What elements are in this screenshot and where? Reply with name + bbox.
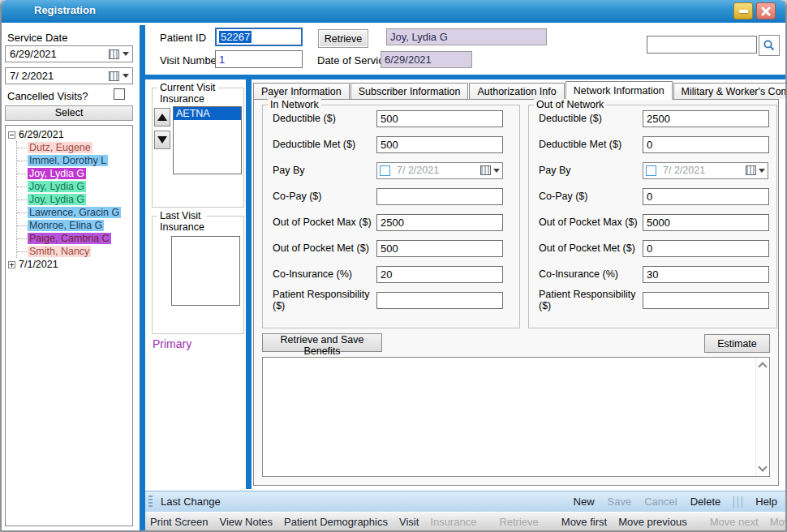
benefits-output-area[interactable] <box>262 357 770 477</box>
pay-by-checkbox[interactable] <box>646 165 656 176</box>
move-first-button[interactable]: Move first <box>561 516 607 528</box>
move-insurance-up-button[interactable] <box>154 108 170 127</box>
service-date-label: Service Date <box>7 32 67 44</box>
oop-met-label: Out of Pocket Met ($) <box>273 242 376 254</box>
select-button[interactable]: Select <box>5 105 133 121</box>
minimize-icon <box>739 10 748 13</box>
deductible-input[interactable] <box>376 110 503 127</box>
calendar-icon <box>109 49 119 59</box>
co-pay-label: Co-Pay ($) <box>273 191 376 202</box>
scroll-up-icon[interactable] <box>758 362 767 371</box>
field-row: Out of Pocket Met ($) <box>529 235 776 261</box>
retrieve-button[interactable]: Retrieve <box>318 29 368 48</box>
tab-subscriber-information[interactable]: Subscriber Information <box>350 83 469 99</box>
service-date-end-picker[interactable]: 7/ 2/2021 <box>5 67 133 84</box>
patient-demographics-button[interactable]: Patient Demographics <box>284 516 388 528</box>
insurance-panel: Current Visit Insurance AETNA Last Visit… <box>150 79 246 489</box>
title-bar[interactable]: Registration <box>2 0 785 23</box>
patient-id-value: 52267 <box>219 31 252 43</box>
pay-by-datepicker[interactable]: 7/ 2/2021 <box>643 162 768 179</box>
tree-item-patient[interactable]: Joy, Lydia G <box>17 193 131 206</box>
help-button[interactable]: Help <box>755 496 777 508</box>
close-button[interactable] <box>756 2 776 19</box>
scroll-down-icon[interactable] <box>758 462 767 471</box>
oop-max-input[interactable] <box>643 214 769 231</box>
service-date-end-value: 7/ 2/2021 <box>10 70 54 82</box>
search-input[interactable] <box>647 36 757 54</box>
chevron-down-icon[interactable] <box>493 169 500 173</box>
last-insurance-listbox[interactable] <box>171 236 240 306</box>
oop-met-input[interactable] <box>376 240 503 257</box>
tree-item-patient[interactable]: Smith, Nancy <box>17 245 131 258</box>
insurance-item-selected[interactable]: AETNA <box>174 107 241 120</box>
tree-item-patient[interactable]: Monroe, Elina G <box>17 219 131 232</box>
cancel-button: Cancel <box>644 496 677 508</box>
tree-item-patient[interactable]: Immel, Dorothy L <box>17 154 131 167</box>
move-insurance-down-button[interactable] <box>154 131 170 149</box>
print-screen-button[interactable]: Print Screen <box>150 516 209 528</box>
scrollbar[interactable] <box>755 358 769 476</box>
search-button[interactable] <box>759 35 780 56</box>
visit-button[interactable]: Visit <box>399 516 419 528</box>
save-button: Save <box>608 496 632 508</box>
deductible-met-input[interactable] <box>376 136 503 153</box>
patient-responsibility-input[interactable] <box>376 292 503 309</box>
collapse-icon[interactable] <box>8 131 15 139</box>
expand-icon[interactable] <box>8 261 15 268</box>
co-insurance-input[interactable] <box>376 266 503 283</box>
primary-label: Primary <box>153 337 191 350</box>
minimize-button[interactable] <box>733 2 753 19</box>
record-actions: New Save Cancel Delete Help <box>574 496 777 508</box>
tree-node-date[interactable]: 7/1/2021 <box>6 258 131 271</box>
patient-responsibility-input[interactable] <box>643 292 769 309</box>
tab-military-workers-comp[interactable]: Military & Worker's Comp <box>673 83 787 99</box>
calendar-icon <box>109 71 119 81</box>
bottom-toolbar: Print Screen View Notes Patient Demograp… <box>145 512 785 530</box>
tree-node-date[interactable]: 6/29/2021 <box>6 128 131 141</box>
arrow-down-icon <box>157 136 167 144</box>
tab-network-information[interactable]: Network Information <box>566 81 673 100</box>
co-insurance-input[interactable] <box>643 266 769 283</box>
tree-item-patient[interactable]: Dutz, Eugene <box>17 141 131 154</box>
field-row: Out of Pocket Max ($) <box>529 209 776 235</box>
deductible-input[interactable] <box>643 110 769 127</box>
chevron-down-icon[interactable] <box>759 169 765 173</box>
delete-button[interactable]: Delete <box>690 496 721 508</box>
patient-id-field[interactable]: 52267 <box>215 28 303 46</box>
new-button[interactable]: New <box>574 496 595 508</box>
oop-max-label: Out of Pocket Max ($) <box>273 217 376 228</box>
visit-tree[interactable]: 6/29/2021 Dutz, Eugene Immel, Dorothy L … <box>5 125 133 526</box>
field-row: Pay By 7/ 2/2021 <box>529 157 776 183</box>
pay-by-datepicker[interactable]: 7/ 2/2021 <box>376 162 503 179</box>
tab-payer-information[interactable]: Payer Information <box>253 83 350 99</box>
pay-by-checkbox[interactable] <box>380 165 390 176</box>
tree-item-patient[interactable]: Lawrence, Gracin G <box>17 206 131 219</box>
service-date-start-picker[interactable]: 6/29/2021 <box>5 45 133 62</box>
deductible-met-input[interactable] <box>643 136 769 153</box>
main-content: Current Visit Insurance AETNA Last Visit… <box>145 79 785 489</box>
co-pay-input[interactable] <box>643 188 769 205</box>
co-pay-input[interactable] <box>376 188 503 205</box>
chevron-down-icon[interactable] <box>123 74 129 78</box>
field-row: Co-Pay ($) <box>529 183 776 209</box>
chevron-down-icon[interactable] <box>123 52 129 56</box>
vertical-divider <box>246 79 252 489</box>
tree-item-patient[interactable]: Paige, Cambria C <box>17 232 131 245</box>
estimate-button[interactable]: Estimate <box>704 334 770 353</box>
deductible-label: Deductible ($) <box>539 113 643 124</box>
insurance-button: Insurance <box>430 516 476 528</box>
tree-item-patient[interactable]: Joy, Lydia G <box>17 180 131 193</box>
oop-met-input[interactable] <box>643 240 769 257</box>
oop-max-input[interactable] <box>376 214 503 231</box>
patient-id-label: Patient ID <box>160 32 206 44</box>
retrieve-save-benefits-button[interactable]: Retrieve and Save Benefits <box>262 333 382 352</box>
tree-date-label: 6/29/2021 <box>19 129 64 140</box>
cancelled-visits-checkbox[interactable] <box>114 88 125 100</box>
tree-item-patient[interactable]: Joy, Lydia G <box>17 167 131 180</box>
patient-responsibility-label: Patient Responsibility ($) <box>273 289 376 311</box>
tab-authorization-info[interactable]: Authorization Info <box>469 83 564 99</box>
move-previous-button[interactable]: Move previous <box>618 516 687 528</box>
current-insurance-listbox[interactable]: AETNA <box>173 106 242 174</box>
visit-number-field[interactable] <box>215 50 303 68</box>
view-notes-button[interactable]: View Notes <box>220 516 273 528</box>
